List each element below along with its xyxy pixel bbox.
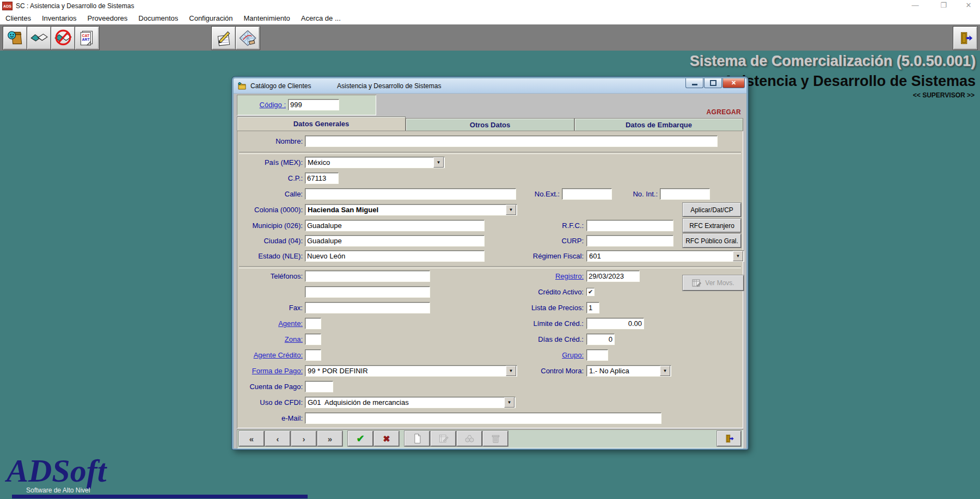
colonia-combo[interactable]: Hacienda San Miguel xyxy=(305,204,517,215)
colonia-dropdown-arrow-icon[interactable] xyxy=(506,205,516,215)
adsoft-logo: ADSoft xyxy=(7,454,106,487)
dialog-maximize-icon[interactable] xyxy=(704,78,722,88)
zona-label[interactable]: Zona: xyxy=(237,334,303,346)
fax-input[interactable] xyxy=(305,302,430,313)
minimize-icon[interactable]: — xyxy=(907,1,923,9)
limite-cred-label: Límite de Créd.: xyxy=(476,318,584,330)
first-record-button[interactable]: « xyxy=(239,431,264,446)
accept-button[interactable]: ✔ xyxy=(348,431,373,446)
edit-record-button[interactable] xyxy=(431,431,456,446)
menu-configuracion[interactable]: Configuración xyxy=(183,13,238,23)
clients-catalog-button[interactable] xyxy=(3,26,28,50)
credito-activo-checkbox[interactable]: ✔ xyxy=(586,288,595,296)
no-ext-input[interactable] xyxy=(562,188,612,200)
control-mora-combo[interactable]: 1.- No Aplica xyxy=(586,365,671,377)
dialog-minimize-icon[interactable] xyxy=(685,78,703,88)
curp-input[interactable] xyxy=(586,235,673,247)
cuenta-pago-input[interactable] xyxy=(305,381,333,392)
aplicar-dat-cp-button[interactable]: Aplicar/Dat/CP xyxy=(683,203,741,217)
prev-record-button[interactable]: ‹ xyxy=(265,431,290,446)
tab-datos-embarque[interactable]: Datos de Embarque xyxy=(574,118,743,131)
desktop: Sistema de Comercialización (5.0.50.001)… xyxy=(0,51,980,499)
codigo-label[interactable]: Código : xyxy=(242,99,286,111)
routes-map-button[interactable] xyxy=(235,26,260,50)
uso-cfdi-dropdown-arrow-icon[interactable] xyxy=(504,397,514,408)
rfc-extranjero-button[interactable]: RFC Extranjero xyxy=(683,219,741,232)
no-int-input[interactable] xyxy=(660,188,710,200)
last-record-button[interactable]: » xyxy=(317,431,342,446)
codigo-input[interactable] xyxy=(288,99,339,110)
screen: ADS SC : Asistencia y Desarrollo de Sist… xyxy=(0,0,980,499)
no-int-label: No. Int.: xyxy=(611,188,658,200)
next-record-button[interactable]: › xyxy=(291,431,316,446)
menu-clientes[interactable]: Clientes xyxy=(0,13,36,23)
uso-cfdi-combo[interactable]: G01 Adquisición de mercancias xyxy=(305,397,516,408)
registro-label[interactable]: Registro: xyxy=(476,270,584,282)
zona-input[interactable] xyxy=(305,334,321,345)
registro-input[interactable] xyxy=(586,270,640,282)
regimen-fiscal-combo[interactable]: 601 xyxy=(586,250,744,262)
calle-label: Calle: xyxy=(237,188,303,200)
regimen-dropdown-arrow-icon[interactable] xyxy=(733,251,743,261)
estado-label: Estado (NLE): xyxy=(237,250,303,262)
fax-label: Fax: xyxy=(237,302,303,314)
suppliers-button[interactable] xyxy=(27,26,52,50)
agente-credito-input[interactable] xyxy=(305,349,321,361)
close-icon[interactable]: ✕ xyxy=(960,1,977,9)
regimen-fiscal-label: Régimen Fiscal: xyxy=(476,250,584,262)
nombre-input[interactable] xyxy=(305,135,718,147)
dialog-titlebar[interactable]: Catálogo de Clientes Asistencia y Desarr… xyxy=(234,78,746,94)
main-toolbar: CAT ART xyxy=(0,24,980,51)
limite-cred-input[interactable] xyxy=(586,318,644,329)
telefono1-input[interactable] xyxy=(305,270,430,282)
rfc-publico-gral-button[interactable]: RFC Público Gral. xyxy=(683,234,741,248)
grupo-label[interactable]: Grupo: xyxy=(476,349,584,361)
restore-icon[interactable]: ❐ xyxy=(935,1,952,9)
control-mora-dropdown-arrow-icon[interactable] xyxy=(660,366,670,376)
ciudad-input[interactable] xyxy=(305,235,485,247)
cp-input[interactable] xyxy=(305,173,339,184)
delete-record-button[interactable] xyxy=(483,431,508,446)
agente-label[interactable]: Agente: xyxy=(237,318,303,330)
pais-combo[interactable]: México xyxy=(305,157,445,168)
menu-proveedores[interactable]: Proveedores xyxy=(82,13,133,23)
new-record-button[interactable] xyxy=(405,431,430,446)
documents-notepad-button[interactable] xyxy=(211,26,236,50)
dias-cred-input[interactable] xyxy=(586,334,615,345)
menu-acerca-de[interactable]: Acerca de ... xyxy=(296,13,346,23)
tab-datos-generales[interactable]: Datos Generales xyxy=(237,116,406,131)
agente-input[interactable] xyxy=(305,318,321,329)
suppliers-blocked-button[interactable] xyxy=(51,26,76,50)
catalog-articles-button[interactable]: CAT ART xyxy=(75,26,100,50)
dialog-folder-icon xyxy=(237,81,247,91)
lista-precios-input[interactable] xyxy=(586,302,599,313)
search-record-button[interactable] xyxy=(457,431,482,446)
calle-input[interactable] xyxy=(305,188,516,200)
control-mora-value: 1.- No Aplica xyxy=(587,367,659,375)
ver-movs-button[interactable]: Ver Movs. xyxy=(683,275,744,291)
cancel-button[interactable]: ✖ xyxy=(374,431,399,446)
municipio-input[interactable] xyxy=(305,220,485,231)
exit-app-button[interactable] xyxy=(953,26,978,50)
telefono2-input[interactable] xyxy=(305,286,430,298)
pais-value: México xyxy=(305,158,433,167)
municipio-label: Municipio (026): xyxy=(237,220,303,232)
agente-credito-label[interactable]: Agente Crédito: xyxy=(237,349,303,361)
rfc-input[interactable] xyxy=(586,220,673,231)
estado-input[interactable] xyxy=(305,250,485,262)
exit-door-icon xyxy=(957,30,973,46)
grupo-input[interactable] xyxy=(586,349,608,361)
tab-otros-datos[interactable]: Otros Datos xyxy=(406,118,574,131)
regimen-fiscal-value: 601 xyxy=(587,252,732,260)
exit-dialog-button[interactable] xyxy=(717,431,741,446)
email-input[interactable] xyxy=(305,412,661,424)
codigo-panel: Código : xyxy=(237,95,376,115)
menu-mantenimiento[interactable]: Mantenimiento xyxy=(238,13,295,23)
menu-documentos[interactable]: Documentos xyxy=(133,13,183,23)
forma-pago-label[interactable]: Forma de Pago: xyxy=(237,365,303,377)
pais-dropdown-arrow-icon[interactable] xyxy=(433,157,444,168)
tab-content-datos-generales: Nombre: País (MEX): México C.P.: Calle: … xyxy=(237,131,743,428)
dialog-close-icon[interactable]: ✕ xyxy=(722,78,745,88)
menu-inventarios[interactable]: Inventarios xyxy=(36,13,82,23)
handshake-icon xyxy=(30,29,48,47)
